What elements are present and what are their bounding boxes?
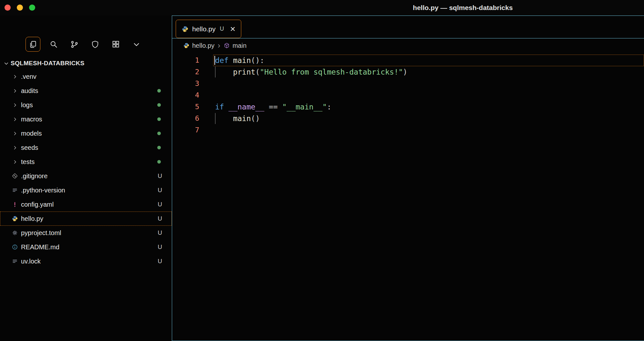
code-token: : [327,103,331,111]
tree-item-label: macros [21,116,42,123]
tab-bar: hello.py U × [172,16,644,38]
chevron-right-icon [11,158,19,166]
python-icon [11,215,19,222]
breadcrumb-item-hello-py[interactable]: hello.py [183,42,214,49]
breadcrumb-separator: › [218,42,220,49]
tree-item-pyproject-toml[interactable]: pyproject.tomlU [0,226,172,240]
tree-item-hello-py[interactable]: hello.pyU [0,212,172,226]
line-number: 7 [172,124,199,136]
chevron-right-icon [11,144,19,151]
tree-item--venv[interactable]: .venv [0,69,172,84]
line-number: 5 [172,101,199,113]
git-modified-dot [157,146,161,150]
explorer-root-header[interactable]: SQLMESH-DATABRICKS [0,57,172,69]
extensions-icon [111,40,120,49]
close-icon[interactable]: × [230,25,235,34]
code-line-5: 5if __name__ == "__main__": [172,101,644,113]
symbol-cube-icon [223,42,230,49]
chevron-down-icon [132,40,141,49]
gear-icon [11,229,19,237]
code-token [215,114,233,123]
code-line-4: 4 [172,89,644,101]
zoom-window-button[interactable] [29,5,35,11]
tree-item-models[interactable]: models [0,126,172,140]
window-title: hello.py — sqlmesh-databricks [413,4,513,12]
code-token [215,68,233,76]
tree-item-tests[interactable]: tests [0,155,172,169]
code-token: "Hello from sqlmesh-databricks!" [260,68,403,76]
activity-bar [26,37,144,52]
code-token [229,56,233,65]
info-icon [11,243,19,251]
git-untracked-badge: U [158,187,162,194]
source-control-icon [70,40,79,49]
close-window-button[interactable] [5,5,11,11]
tree-item-readme-md[interactable]: README.mdU [0,240,172,254]
line-number: 6 [172,113,199,124]
tab-hello-py[interactable]: hello.py U × [176,20,241,38]
code-token: main [233,114,251,123]
line-number: 3 [172,78,199,89]
lines-icon [11,186,19,194]
code-line-content[interactable]: print("Hello from sqlmesh-databricks!") [199,66,644,78]
chevron-right-icon [11,73,19,80]
code-token: if [215,103,224,111]
tree-item-audits[interactable]: audits [0,84,172,98]
tree-item-seeds[interactable]: seeds [0,140,172,155]
code-token: ( [255,68,260,76]
git-untracked-badge: U [158,215,162,222]
activity-search-button[interactable] [46,37,61,52]
code-line-content[interactable]: if __name__ == "__main__": [199,101,644,113]
chevron-down-icon [3,60,9,67]
git-untracked-badge: U [158,258,162,265]
chevron-right-icon [11,87,19,95]
code-line-content[interactable]: def main(): [199,55,644,66]
git-untracked-badge: U [158,172,162,180]
code-token: ) [403,68,408,76]
activity-security-button[interactable] [88,37,102,52]
tree-item-uv-lock[interactable]: uv.lockU [0,254,172,268]
git-icon [11,172,19,180]
tree-item-label: logs [21,101,33,109]
tree-item-macros[interactable]: macros [0,112,172,126]
tree-item-label: README.md [21,243,59,251]
tree-item-logs[interactable]: logs [0,98,172,112]
sidebar: SQLMESH-DATABRICKS .venvauditslogsmacros… [0,16,172,341]
minimize-window-button[interactable] [17,5,23,11]
chevron-right-icon [11,101,19,109]
code-editor: 1def main():2 print("Hello from sqlmesh-… [172,53,644,136]
code-token: (): [251,56,265,65]
text-cursor [214,56,215,65]
line-number: 4 [172,89,199,101]
code-line-content[interactable] [199,124,644,136]
tree-item--gitignore[interactable]: .gitignoreU [0,169,172,183]
tree-item-label: pyproject.toml [21,229,61,237]
titlebar: hello.py — sqlmesh-databricks [0,0,644,16]
git-untracked-badge: U [158,201,162,208]
activity-more-button[interactable] [129,37,144,52]
activity-source-control-button[interactable] [67,37,82,52]
line-number: 1 [172,55,199,66]
git-modified-dot [157,118,161,121]
tree-item-config-yaml[interactable]: config.yamlU [0,197,172,212]
indent-guide [215,67,215,78]
code-token: == [264,103,282,111]
breadcrumb-item-main[interactable]: main [223,42,246,49]
git-modified-dot [157,132,161,135]
activity-extensions-button[interactable] [108,37,123,52]
tree-item-label: seeds [21,144,38,151]
code-token: print [233,68,255,76]
tab-git-untracked-badge: U [220,26,224,32]
code-line-6: 6 main() [172,113,644,124]
git-modified-dot [157,103,161,107]
tree-item--python-version[interactable]: .python-versionU [0,183,172,197]
code-line-content[interactable] [199,89,644,101]
breadcrumb-label: main [233,42,246,49]
activity-explorer-button[interactable] [26,37,40,52]
code-token: __name__ [229,103,265,111]
code-token: def [215,56,229,65]
code-token [224,103,229,111]
code-line-content[interactable] [199,78,644,89]
breadcrumb-label: hello.py [192,42,214,49]
code-line-content[interactable]: main() [199,113,644,124]
